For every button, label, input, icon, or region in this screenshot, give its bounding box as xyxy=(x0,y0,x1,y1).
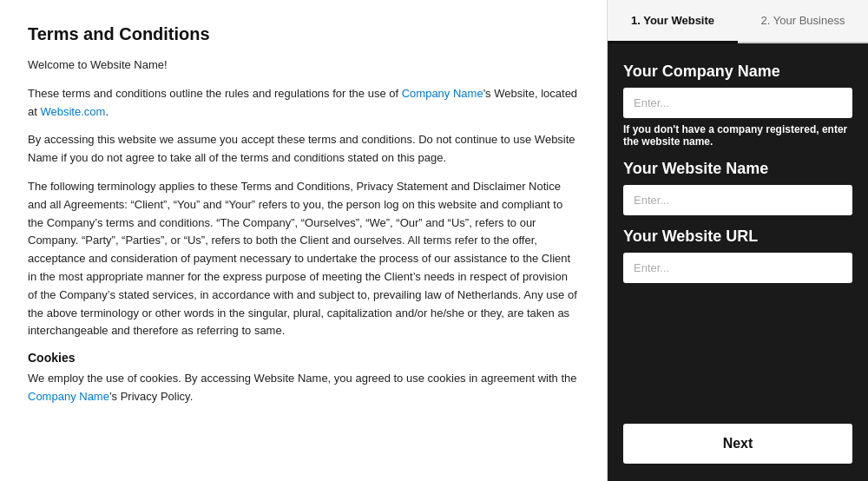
website-name-group: Your Website Name xyxy=(623,160,852,215)
company-name-label: Your Company Name xyxy=(623,63,852,81)
step-tabs: 1. Your Website 2. Your Business xyxy=(608,0,868,43)
tab-your-business[interactable]: 2. Your Business xyxy=(738,0,868,42)
website-name-label: Your Website Name xyxy=(623,160,852,178)
cookies-paragraph: We employ the use of cookies. By accessi… xyxy=(28,370,579,406)
acceptance-paragraph: By accessing this website we assume you … xyxy=(28,131,579,168)
website-name-input[interactable] xyxy=(623,185,852,215)
signup-panel: 1. Your Website 2. Your Business Your Co… xyxy=(608,0,868,481)
company-name-hint: If you don't have a company registered, … xyxy=(623,123,852,148)
company-name-input[interactable] xyxy=(623,88,852,118)
company-name-link[interactable]: Company Name xyxy=(402,87,483,100)
intro-paragraph: These terms and conditions outline the r… xyxy=(28,85,579,122)
next-button-area: Next xyxy=(608,410,868,481)
website-url-label: Your Website URL xyxy=(623,227,852,246)
terms-title: Terms and Conditions xyxy=(28,24,579,44)
terminology-paragraph: The following terminology applies to the… xyxy=(28,178,579,340)
next-button[interactable]: Next xyxy=(623,424,852,464)
website-url-group: Your Website URL xyxy=(623,227,852,283)
welcome-paragraph: Welcome to Website Name! xyxy=(28,56,579,75)
website-link[interactable]: Website.com xyxy=(40,105,105,118)
website-url-input[interactable] xyxy=(623,253,852,283)
company-privacy-link[interactable]: Company Name xyxy=(28,390,109,403)
tab-your-website[interactable]: 1. Your Website xyxy=(608,0,738,43)
form-area: Your Company Name If you don't have a co… xyxy=(608,43,868,410)
company-name-group: Your Company Name If you don't have a co… xyxy=(623,63,852,148)
terms-panel: Terms and Conditions Welcome to Website … xyxy=(0,0,608,481)
cookies-heading: Cookies xyxy=(28,351,579,365)
